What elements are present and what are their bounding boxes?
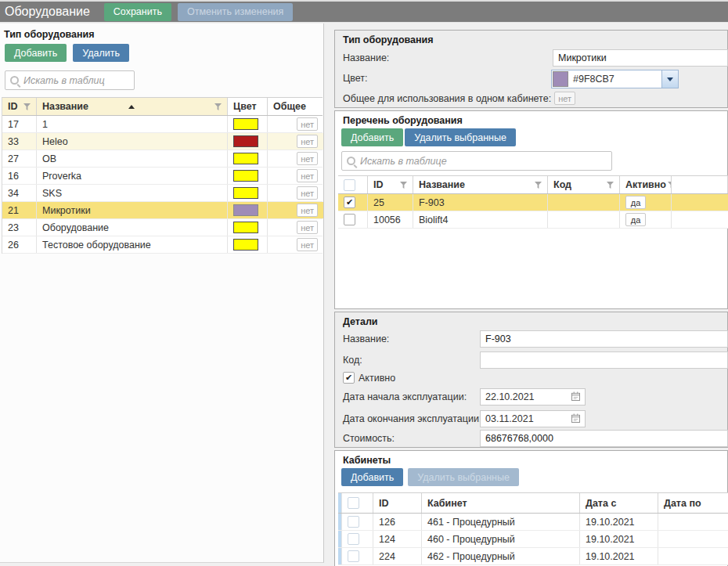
search-icon xyxy=(347,157,355,165)
type-name-label: Название: xyxy=(343,52,389,63)
col-header-id[interactable]: ID xyxy=(2,98,37,115)
table-row[interactable]: 16 Proverka нет xyxy=(2,168,323,185)
select-all-checkbox[interactable] xyxy=(344,179,355,191)
cost-label: Стоимость: xyxy=(343,433,395,444)
types-search-box[interactable] xyxy=(5,70,135,90)
active-badge: да xyxy=(625,196,646,209)
types-table-header: ID Название Цвет Общее xyxy=(2,98,323,116)
table-row[interactable]: 26 Тестовое оборудование нет xyxy=(2,236,323,254)
filter-icon[interactable] xyxy=(214,103,222,110)
end-date-picker[interactable]: 03.11.2021 xyxy=(480,410,586,427)
delete-equipment-button[interactable]: Удалить выбранные xyxy=(405,128,516,146)
active-badge: да xyxy=(625,213,646,226)
col-header-color[interactable]: Цвет xyxy=(228,98,268,115)
col-header-name[interactable]: Название xyxy=(37,98,228,115)
detail-name-label: Название: xyxy=(343,333,389,344)
top-toolbar: Оборудование Сохранить Отменить изменени… xyxy=(0,0,728,23)
table-row[interactable]: 126 461 - Процедурный 19.10.2021 xyxy=(338,514,728,531)
table-row[interactable]: 124 460 - Процедурный 19.10.2021 xyxy=(338,531,728,548)
detail-name-input[interactable] xyxy=(480,330,728,348)
cabinets-group: Кабинеты Добавить Удалить выбранные ID К… xyxy=(334,450,728,566)
row-checkbox[interactable] xyxy=(348,533,359,545)
equipment-types-title: Тип оборудования xyxy=(4,29,95,40)
col-header-id[interactable]: ID xyxy=(368,176,413,193)
panel-splitter[interactable] xyxy=(324,23,334,566)
cabinets-toolbar: Добавить Удалить выбранные xyxy=(341,468,519,486)
add-type-button[interactable]: Добавить xyxy=(5,44,67,62)
start-date-picker[interactable]: 22.10.2021 xyxy=(480,388,586,406)
add-cabinet-button[interactable]: Добавить xyxy=(341,468,403,486)
filter-icon[interactable] xyxy=(23,103,31,110)
table-row[interactable]: 33 Heleo нет xyxy=(2,133,323,150)
table-row[interactable]: 27 OB нет xyxy=(2,150,323,168)
common-badge: нет xyxy=(297,152,318,165)
cost-input[interactable] xyxy=(480,430,728,447)
filter-icon[interactable] xyxy=(400,182,407,189)
save-button[interactable]: Сохранить xyxy=(104,3,171,21)
col-header-date-to[interactable]: Дата по xyxy=(658,493,728,513)
type-name-input[interactable] xyxy=(553,49,728,67)
select-all-checkbox[interactable] xyxy=(348,497,359,509)
equipment-table-header: ID Название Код Активно xyxy=(338,176,728,194)
color-swatch xyxy=(233,187,258,199)
color-swatch xyxy=(233,118,258,130)
details-group: Детали Название: Код: Активно Дата начал… xyxy=(334,312,728,448)
table-row[interactable]: 224 462 - Процедурный 19.10.2021 xyxy=(338,548,728,565)
equipment-search-box[interactable] xyxy=(341,151,612,171)
selected-color-swatch xyxy=(553,71,568,87)
color-swatch xyxy=(233,239,258,251)
common-badge: нет xyxy=(297,186,318,200)
col-header-common[interactable]: Общее xyxy=(268,98,323,115)
active-checkbox-label: Активно xyxy=(359,373,395,384)
equipment-list-toolbar: Добавить Удалить выбранные xyxy=(341,128,516,146)
type-common-badge: нет xyxy=(554,92,575,105)
col-header-date-from[interactable]: Дата с xyxy=(580,493,658,513)
table-row-selected[interactable]: 25 F-903 да xyxy=(338,194,728,211)
chevron-down-icon xyxy=(667,78,673,81)
start-date-label: Дата начала эксплуатации: xyxy=(343,391,467,402)
table-row[interactable]: 17 1 нет xyxy=(2,116,323,133)
details-title: Детали xyxy=(343,316,378,327)
col-header-cabinet[interactable]: Кабинет xyxy=(422,493,580,513)
col-header-id[interactable]: ID xyxy=(373,493,422,513)
col-header-code[interactable]: Код xyxy=(548,176,620,193)
active-checkbox[interactable] xyxy=(343,372,355,384)
row-checkbox[interactable] xyxy=(348,550,359,562)
equipment-types-table: ID Название Цвет Общее 17 1 нет 33 Hel xyxy=(2,97,323,254)
cancel-changes-button[interactable]: Отменить изменения xyxy=(178,3,293,21)
calendar-icon[interactable] xyxy=(571,391,580,403)
common-badge: нет xyxy=(297,238,318,251)
combobox-dropdown-button[interactable] xyxy=(661,70,678,88)
table-row-selected[interactable]: 21 Микротики нет xyxy=(2,202,323,219)
color-swatch xyxy=(233,153,258,164)
delete-type-button[interactable]: Удалить xyxy=(73,44,129,62)
detail-code-input[interactable] xyxy=(480,351,728,369)
calendar-icon[interactable] xyxy=(571,413,580,425)
table-row[interactable]: 10056 Biolift4 да xyxy=(338,211,728,229)
filter-icon[interactable] xyxy=(607,182,614,189)
color-swatch xyxy=(233,170,258,182)
common-badge: нет xyxy=(297,169,318,182)
delete-cabinet-button[interactable]: Удалить выбранные xyxy=(408,468,519,486)
filter-icon[interactable] xyxy=(535,182,542,189)
row-checkbox[interactable] xyxy=(344,196,355,208)
col-header-active[interactable]: Активно xyxy=(620,176,672,193)
detail-code-label: Код: xyxy=(343,355,362,366)
equipment-search-input[interactable] xyxy=(360,156,607,167)
table-row[interactable]: 23 Оборудование нет xyxy=(2,219,323,236)
add-equipment-button[interactable]: Добавить xyxy=(341,128,403,146)
color-picker-combobox[interactable]: #9F8CB7 xyxy=(551,70,679,88)
types-search-input[interactable] xyxy=(23,75,129,86)
col-header-name[interactable]: Название xyxy=(413,176,548,193)
equipment-types-panel: Тип оборудования Добавить Удалить ID Наз… xyxy=(0,23,324,563)
table-row[interactable]: 34 SKS нет xyxy=(2,185,323,202)
row-checkbox[interactable] xyxy=(348,516,359,528)
common-badge: нет xyxy=(297,135,318,148)
color-hex-value: #9F8CB7 xyxy=(569,74,661,85)
row-checkbox[interactable] xyxy=(344,214,355,225)
common-badge: нет xyxy=(297,221,318,234)
equipment-list-table: ID Название Код Активно 25 F-903 да xyxy=(338,175,728,229)
common-badge: нет xyxy=(297,117,318,131)
color-swatch xyxy=(233,204,258,216)
color-swatch xyxy=(233,135,258,147)
